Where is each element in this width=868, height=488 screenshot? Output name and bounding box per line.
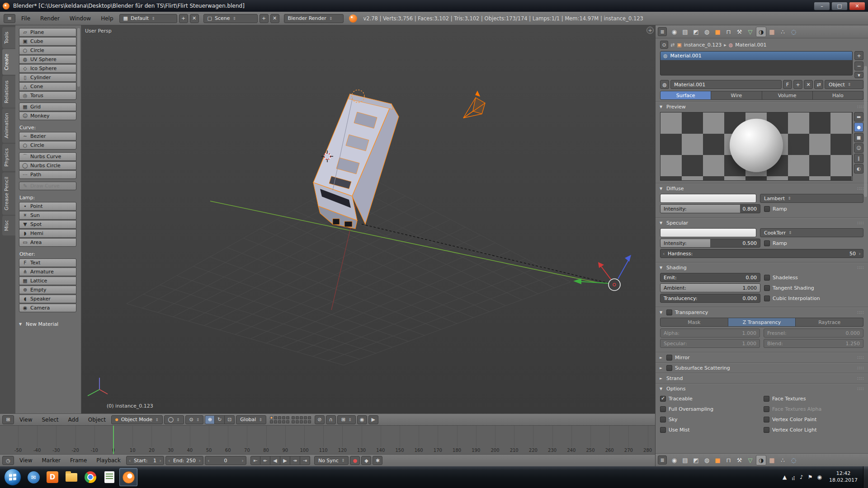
viewport-menu-object[interactable]: Object bbox=[84, 416, 110, 424]
shelf-tab-animation[interactable]: Animation bbox=[2, 108, 15, 143]
keying-set-button[interactable]: ◆ bbox=[361, 456, 371, 465]
orientation-dropdown[interactable]: Global bbox=[236, 415, 266, 424]
shelf-tab-misc[interactable]: Misc bbox=[2, 216, 15, 235]
viewport-editor-type-button[interactable]: ⊞ bbox=[2, 415, 14, 424]
timeline-editor-type-button[interactable]: ◷ bbox=[2, 456, 14, 465]
taskbar-d-app-icon[interactable]: D bbox=[43, 468, 61, 486]
checkbox-box[interactable] bbox=[660, 427, 666, 433]
properties-tab-material[interactable]: ◑ bbox=[756, 455, 766, 465]
properties-tab-world[interactable]: ◍ bbox=[702, 455, 712, 465]
z-transparency-mode-button[interactable]: Z Transparency bbox=[728, 318, 796, 327]
panel-header-specular[interactable]: ▼ Specular ∷∷ bbox=[656, 218, 868, 227]
shelf-button-armature[interactable]: ⋔Armature bbox=[19, 267, 76, 276]
shelf-button-sun[interactable]: ☀Sun bbox=[19, 211, 76, 220]
layer-toggle[interactable] bbox=[304, 420, 307, 423]
translate-manipulator-button[interactable]: ⊕ bbox=[205, 415, 215, 424]
layer-toggle[interactable] bbox=[308, 416, 311, 419]
panel-drag-dots-icon[interactable]: ∷∷ bbox=[857, 355, 864, 360]
layer-toggle[interactable] bbox=[296, 420, 299, 423]
volume-icon[interactable]: ♪ bbox=[800, 474, 803, 480]
layer-toggle[interactable] bbox=[296, 416, 299, 419]
add-scene-button[interactable]: + bbox=[259, 14, 269, 23]
shelf-button-cube[interactable]: ▣Cube bbox=[19, 37, 76, 46]
start-frame-field[interactable]: Start: 1 bbox=[126, 456, 164, 465]
vertex-color-light-checkbox[interactable]: Vertex Color Light bbox=[764, 425, 863, 434]
layer-toggle[interactable] bbox=[282, 416, 285, 419]
shelf-button-spot[interactable]: ▼Spot bbox=[19, 220, 76, 229]
shelf-tab-create[interactable]: Create bbox=[2, 49, 15, 75]
panel-drag-dots-icon[interactable]: ∷∷ bbox=[857, 386, 864, 391]
specular-intensity-slider[interactable]: Intensity: 0.500 bbox=[660, 239, 760, 248]
shading-ambient-slider[interactable]: Ambient: 1.000 bbox=[660, 283, 760, 292]
browse-material-button[interactable]: ◍ bbox=[660, 80, 669, 89]
taskbar-blender-icon[interactable] bbox=[119, 468, 137, 486]
timeline-playhead[interactable] bbox=[113, 426, 114, 454]
shelf-button-cylinder[interactable]: ▯Cylinder bbox=[19, 73, 76, 82]
panel-header-strand[interactable]: ► Strand ∷∷ bbox=[656, 373, 868, 383]
shelf-tab-tools[interactable]: Tools bbox=[2, 27, 15, 48]
shelf-tab-relations[interactable]: Relations bbox=[2, 76, 15, 108]
properties-tab-world[interactable]: ◍ bbox=[702, 27, 712, 37]
type-volume-button[interactable]: Volume bbox=[762, 91, 813, 100]
panel-header-mirror[interactable]: ► Mirror ∷∷ bbox=[656, 352, 868, 362]
checkbox-box[interactable] bbox=[764, 396, 769, 402]
shelf-tab-physics[interactable]: Physics bbox=[2, 144, 15, 171]
specular-color-swatch[interactable] bbox=[660, 228, 756, 237]
properties-tab-constraints[interactable]: ⊓ bbox=[723, 27, 734, 37]
network-status-icon[interactable]: ⣴ bbox=[791, 474, 795, 480]
timeline-menu-frame[interactable]: Frame bbox=[66, 456, 91, 465]
show-desktop-button[interactable] bbox=[863, 466, 868, 488]
snap-element-dropdown[interactable]: ⊞ bbox=[337, 415, 356, 424]
shading-emit-slider[interactable]: Emit: 0.00 bbox=[660, 273, 760, 282]
rotate-manipulator-button[interactable]: ↻ bbox=[215, 415, 225, 424]
shelf-button-text[interactable]: FText bbox=[19, 258, 76, 267]
menu-help[interactable]: Help bbox=[97, 14, 117, 23]
panel-drag-dots-icon[interactable]: ∷∷ bbox=[857, 376, 864, 381]
transparency-fresnel-slider[interactable]: Fresnel: 0.000 bbox=[764, 328, 863, 338]
properties-tab-render[interactable]: ◉ bbox=[669, 27, 679, 37]
jump-to-start-button[interactable]: ⇤ bbox=[250, 456, 260, 465]
preview-type-sphere-button[interactable]: ● bbox=[854, 122, 863, 132]
properties-scrollbar[interactable] bbox=[864, 66, 867, 197]
layer-toggle[interactable] bbox=[274, 420, 277, 423]
checkbox-box[interactable] bbox=[660, 406, 666, 412]
region-expand-button[interactable]: + bbox=[646, 27, 654, 34]
language-indicator-icon[interactable]: ◉ bbox=[817, 474, 822, 480]
add-material-slot-button[interactable]: + bbox=[854, 51, 863, 60]
taskbar-editor-icon[interactable] bbox=[100, 468, 118, 486]
material-nodes-button[interactable]: ⇄ bbox=[814, 80, 823, 89]
diffuse-intensity-slider[interactable]: Intensity: 0.800 bbox=[660, 204, 760, 213]
properties-tab-physics[interactable]: ◌ bbox=[788, 455, 799, 465]
layer-toggle[interactable] bbox=[300, 420, 303, 423]
material-name-field[interactable]: Material.001 bbox=[670, 80, 782, 89]
specular-shader-dropdown[interactable]: CookTorr bbox=[760, 228, 863, 237]
scale-manipulator-button[interactable]: ⊡ bbox=[225, 415, 235, 424]
shelf-button-cone[interactable]: △Cone bbox=[19, 82, 76, 91]
panel-drag-dots-icon[interactable]: ∷∷ bbox=[857, 221, 864, 225]
checkbox-box[interactable] bbox=[764, 206, 770, 212]
breadcrumb-material[interactable]: Material.001 bbox=[735, 42, 766, 48]
shelf-button-lattice[interactable]: ▦Lattice bbox=[19, 277, 76, 285]
panel-drag-dots-icon[interactable]: ∷∷ bbox=[857, 265, 864, 270]
preview-type-hair-button[interactable]: ∥ bbox=[854, 154, 863, 163]
panel-header-preview[interactable]: ▼ Preview ∷∷ bbox=[656, 102, 868, 111]
properties-tab-object-data[interactable]: ▽ bbox=[745, 27, 755, 37]
shelf-button-area[interactable]: ▭Area bbox=[19, 238, 76, 247]
layer-toggle[interactable] bbox=[308, 420, 311, 423]
properties-tab-scene[interactable]: ◩ bbox=[691, 27, 701, 37]
properties-tab-particles[interactable]: ∴ bbox=[778, 27, 788, 37]
minimize-button[interactable]: – bbox=[814, 2, 830, 10]
properties-tab-scene[interactable]: ◩ bbox=[691, 455, 701, 465]
transparency-alpha-slider[interactable]: Alpha: 1.000 bbox=[660, 328, 760, 338]
layer-toggle[interactable] bbox=[292, 416, 295, 419]
shelf-button-speaker[interactable]: ◖Speaker bbox=[19, 295, 76, 303]
menu-file[interactable]: File bbox=[17, 14, 34, 23]
mode-dropdown[interactable]: ● Object Mode bbox=[111, 415, 163, 424]
pin-icon[interactable]: ⊙ bbox=[660, 41, 668, 49]
properties-tab-render-layers[interactable]: ▤ bbox=[680, 455, 690, 465]
transparency-enable-checkbox[interactable] bbox=[666, 310, 672, 315]
layer-toggle[interactable] bbox=[282, 420, 285, 423]
shelf-button-monkey[interactable]: ☺Monkey bbox=[19, 112, 76, 120]
panel-drag-dots-icon[interactable]: ∷∷ bbox=[857, 186, 864, 191]
properties-tab-object-data[interactable]: ▽ bbox=[745, 455, 755, 465]
